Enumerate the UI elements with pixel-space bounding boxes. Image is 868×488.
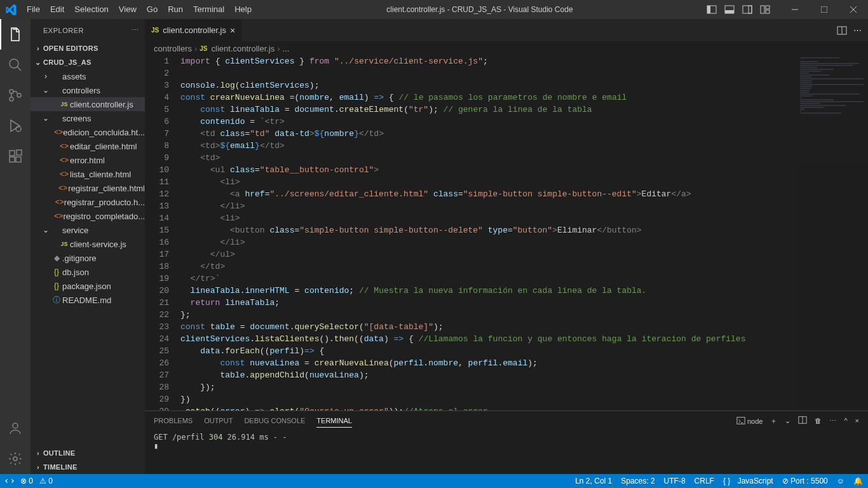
section-timeline[interactable]: ›TIMELINE <box>31 460 145 474</box>
js-file-icon: JS <box>151 27 159 34</box>
panel-tab-terminal[interactable]: TERMINAL <box>316 414 352 428</box>
tree-item[interactable]: ⌄service <box>31 223 145 237</box>
breadcrumbs[interactable]: controllers › JS client.controller.js › … <box>145 41 868 55</box>
tree-item[interactable]: ›assets <box>31 69 145 83</box>
svg-rect-6 <box>761 6 764 13</box>
activity-search-icon[interactable] <box>0 50 31 80</box>
js-file-icon: JS <box>200 45 207 52</box>
svg-rect-7 <box>766 6 770 9</box>
sidebar-more-icon[interactable]: ⋯ <box>132 26 139 34</box>
tree-item[interactable]: ⌄controllers <box>31 83 145 97</box>
panel-tab-output[interactable]: OUTPUT <box>204 414 233 427</box>
activity-accounts-icon[interactable] <box>0 413 31 444</box>
section-project[interactable]: ⌄CRUD_JS_AS <box>31 55 145 69</box>
svg-point-13 <box>10 59 18 68</box>
tab-close-icon[interactable]: × <box>230 25 235 36</box>
tree-item[interactable]: ⌄screens <box>31 111 145 125</box>
tree-item[interactable]: <>editar_cliente.html <box>31 139 145 153</box>
menu-file[interactable]: File <box>22 0 45 19</box>
status-encoding[interactable]: UTF-8 <box>664 477 686 485</box>
breadcrumb-item[interactable]: controllers <box>154 44 192 53</box>
tree-item[interactable]: <>registrar_cliente.html <box>31 181 145 195</box>
code-content[interactable]: import { clientServices } from "../servi… <box>180 55 868 410</box>
minimize-button[interactable] <box>780 0 810 19</box>
activity-settings-icon[interactable] <box>0 444 31 474</box>
terminal-shell-selector[interactable]: node <box>736 416 763 425</box>
status-warnings[interactable]: ⚠ 0 <box>39 477 53 485</box>
menu-selection[interactable]: Selection <box>69 0 113 19</box>
tree-item[interactable]: <>lista_cliente.html <box>31 167 145 181</box>
activitybar <box>0 19 31 474</box>
status-eol[interactable]: CRLF <box>695 477 714 485</box>
maximize-button[interactable] <box>810 0 839 19</box>
tree-item[interactable]: {}package.json <box>31 279 145 293</box>
tree-item[interactable]: <>edicion_concluida.ht... <box>31 125 145 139</box>
svg-rect-8 <box>766 10 770 13</box>
layout-customize-icon[interactable] <box>756 0 774 19</box>
section-outline[interactable]: ›OUTLINE <box>31 446 145 460</box>
status-liveserver[interactable]: ⊘ Port : 5500 <box>782 477 828 485</box>
layout-sidebar-right-icon[interactable] <box>738 0 756 19</box>
panel-tabs: PROBLEMSOUTPUTDEBUG CONSOLETERMINAL node… <box>145 411 868 430</box>
tree-item[interactable]: <>registrar_producto.h... <box>31 195 145 209</box>
close-button[interactable] <box>839 0 868 19</box>
svg-line-14 <box>17 67 21 71</box>
panel-maximize-icon[interactable]: ^ <box>844 417 847 424</box>
activity-explorer-icon[interactable] <box>0 19 31 50</box>
activity-source-control-icon[interactable] <box>0 80 31 111</box>
svg-rect-1 <box>707 6 710 13</box>
tree-item[interactable]: JSclient.controller.js <box>31 97 145 111</box>
status-cursor[interactable]: Ln 2, Col 1 <box>575 477 612 485</box>
status-remote[interactable] <box>5 477 14 485</box>
terminal-split-icon[interactable] <box>798 416 807 426</box>
tree-item[interactable]: JSclient-service.js <box>31 237 145 251</box>
minimap[interactable] <box>798 55 868 410</box>
layout-panel-icon[interactable] <box>721 0 738 19</box>
terminal-new-icon[interactable]: ＋ <box>770 416 777 426</box>
terminal-kill-icon[interactable]: 🗑 <box>815 417 822 424</box>
panel-close-icon[interactable]: × <box>855 417 859 424</box>
panel-tab-problems[interactable]: PROBLEMS <box>154 414 193 427</box>
svg-point-24 <box>13 457 17 461</box>
section-open-editors[interactable]: ›OPEN EDITORS <box>31 41 145 55</box>
file-tree: ›assets⌄controllersJSclient.controller.j… <box>31 69 145 446</box>
statusbar: ⊗ 0 ⚠ 0 Ln 2, Col 1 Spaces: 2 UTF-8 CRLF… <box>0 474 868 488</box>
tab-client-controller[interactable]: JS client.controller.js × <box>145 19 242 41</box>
status-spaces[interactable]: Spaces: 2 <box>621 477 654 485</box>
editor-more-icon[interactable]: ⋯ <box>853 25 862 35</box>
tree-item[interactable]: {}db.json <box>31 265 145 279</box>
menu-help[interactable]: Help <box>229 0 257 19</box>
tree-item[interactable]: <>error.html <box>31 153 145 167</box>
status-errors[interactable]: ⊗ 0 <box>20 477 33 485</box>
status-feedback-icon[interactable]: ☺ <box>837 477 844 485</box>
status-language[interactable]: { } JavaScript <box>723 477 773 485</box>
split-editor-icon[interactable] <box>837 25 847 36</box>
menu-terminal[interactable]: Terminal <box>188 0 229 19</box>
terminal-body[interactable]: GET /perfil 304 26.914 ms - - ▮ <box>145 430 868 474</box>
activity-extensions-icon[interactable] <box>0 141 31 172</box>
status-bell-icon[interactable]: 🔔 <box>853 477 863 485</box>
tree-item[interactable]: ⓘREADME.md <box>31 293 145 307</box>
sidebar-header: EXPLORER ⋯ <box>31 19 145 41</box>
tree-item[interactable]: ◆.gitignore <box>31 251 145 265</box>
breadcrumb-item[interactable]: ... <box>283 44 290 53</box>
vscode-icon <box>0 4 22 15</box>
menu-run[interactable]: Run <box>163 0 188 19</box>
layout-sidebar-left-icon[interactable] <box>703 0 721 19</box>
terminal-dropdown-icon[interactable]: ⌄ <box>785 417 790 425</box>
menu-edit[interactable]: Edit <box>45 0 69 19</box>
panel-tab-debug-console[interactable]: DEBUG CONSOLE <box>244 414 305 427</box>
menu-go[interactable]: Go <box>142 0 163 19</box>
terminal-cursor: ▮ <box>154 442 859 451</box>
code-editor[interactable]: 1234567891011121314151617181920212223242… <box>145 55 868 410</box>
titlebar: FileEditSelectionViewGoRunTerminalHelp c… <box>0 0 868 19</box>
tree-item[interactable]: <>registro_completado... <box>31 209 145 223</box>
menubar: FileEditSelectionViewGoRunTerminalHelp <box>22 0 257 19</box>
menu-view[interactable]: View <box>114 0 142 19</box>
svg-point-23 <box>13 423 18 428</box>
activity-run-debug-icon[interactable] <box>0 111 31 141</box>
breadcrumb-item[interactable]: client.controller.js <box>212 44 275 53</box>
editor-area: JS client.controller.js × ⋯ controllers … <box>145 19 868 474</box>
svg-point-16 <box>10 97 13 101</box>
panel-more-icon[interactable]: ⋯ <box>829 417 836 425</box>
